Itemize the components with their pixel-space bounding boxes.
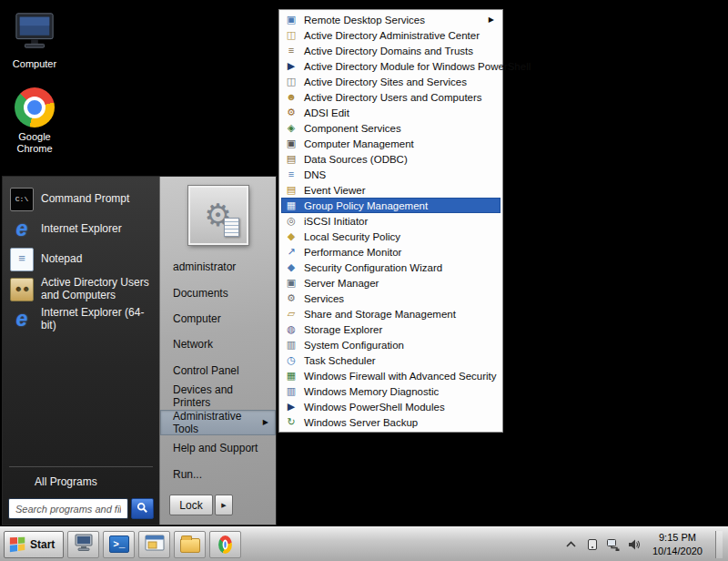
network-icon[interactable] bbox=[606, 536, 621, 553]
lock-button[interactable]: Lock bbox=[169, 495, 213, 515]
start-menu-item-label: Computer bbox=[173, 312, 221, 325]
start-menu-pinned-item[interactable]: Internet Explorer bbox=[7, 214, 155, 244]
start-menu-item[interactable]: Administrative Tools ▶ bbox=[160, 410, 276, 435]
user-avatar[interactable]: ⚙ bbox=[188, 186, 248, 245]
submenu-item[interactable]: ◷ Task Scheduler ▶ bbox=[281, 352, 500, 368]
submenu-item[interactable]: ▣ Computer Management ▶ bbox=[281, 136, 500, 151]
volume-icon[interactable] bbox=[627, 536, 642, 553]
action-center-icon[interactable] bbox=[585, 536, 600, 553]
submenu-item-label: System Configuration bbox=[304, 340, 404, 351]
all-programs-item[interactable]: All Programs bbox=[9, 466, 153, 495]
start-menu-item[interactable]: Run... ▶ bbox=[160, 462, 276, 487]
local-security-policy-icon: ◆ bbox=[284, 231, 298, 241]
server-backup-icon: ↻ bbox=[284, 417, 298, 427]
submenu-item[interactable]: ◈ Component Services ▶ bbox=[281, 120, 500, 136]
start-menu-item[interactable]: Help and Support ▶ bbox=[160, 435, 276, 461]
start-menu-pinned-item[interactable]: Active Directory Users and Computers bbox=[7, 274, 155, 304]
computer-icon bbox=[14, 11, 56, 55]
start-menu-pinned-item[interactable]: Command Prompt bbox=[7, 184, 155, 214]
start-button[interactable]: Start bbox=[4, 531, 64, 558]
administrative-tools-submenu: ▣ Remote Desktop Services ▶ ◫ Active Dir… bbox=[278, 9, 503, 433]
submenu-item[interactable]: ▶ Windows PowerShell Modules ▶ bbox=[281, 399, 500, 414]
submenu-arrow-icon: ▶ bbox=[489, 15, 494, 24]
submenu-item-label: Remote Desktop Services bbox=[304, 15, 425, 26]
taskbar-button-folder[interactable] bbox=[174, 531, 206, 558]
show-desktop-button[interactable] bbox=[715, 531, 723, 558]
start-menu-item[interactable]: Devices and Printers ▶ bbox=[160, 383, 276, 409]
chrome-icon bbox=[218, 536, 232, 554]
clock-date: 10/14/2020 bbox=[652, 545, 703, 557]
submenu-item[interactable]: ▣ Remote Desktop Services ▶ bbox=[281, 12, 500, 27]
search-button[interactable] bbox=[131, 498, 154, 519]
submenu-item-label: DNS bbox=[304, 169, 326, 180]
powershell-modules-icon: ▶ bbox=[284, 402, 298, 412]
submenu-item[interactable]: ◍ Storage Explorer ▶ bbox=[281, 321, 500, 337]
start-menu-item[interactable]: Control Panel ▶ bbox=[160, 358, 276, 383]
ad-administrative-center-icon: ◫ bbox=[284, 30, 298, 40]
submenu-item[interactable]: ◆ Security Configuration Wizard ▶ bbox=[281, 260, 500, 275]
server-manager-icon: ▣ bbox=[284, 278, 298, 288]
taskbar: Start >_ bbox=[0, 526, 728, 561]
start-menu-item[interactable]: Computer ▶ bbox=[160, 306, 276, 332]
submenu-item[interactable]: ≡ DNS ▶ bbox=[281, 167, 500, 182]
taskbar-button-chrome[interactable] bbox=[209, 531, 241, 558]
start-menu-item[interactable]: Network ▶ bbox=[160, 332, 276, 357]
hidden-icons-chevron-icon[interactable] bbox=[564, 536, 579, 553]
taskbar-button-powershell[interactable]: >_ bbox=[103, 531, 135, 558]
start-menu-item-label: Documents bbox=[173, 287, 228, 300]
submenu-item[interactable]: ▣ Server Manager ▶ bbox=[281, 275, 500, 291]
submenu-item[interactable]: ≡ Active Directory Domains and Trusts ▶ bbox=[281, 43, 500, 58]
submenu-item-label: Event Viewer bbox=[304, 185, 366, 196]
start-menu-item[interactable]: Documents ▶ bbox=[160, 280, 276, 305]
submenu-item[interactable]: ▤ Data Sources (ODBC) ▶ bbox=[281, 151, 500, 167]
submenu-item-label: iSCSI Initiator bbox=[304, 216, 368, 227]
submenu-item[interactable]: ▦ Group Policy Management ▶ bbox=[281, 198, 500, 213]
submenu-item-label: Active Directory Users and Computers bbox=[304, 92, 482, 103]
taskbar-button-explorer[interactable] bbox=[138, 531, 170, 558]
remote-desktop-services-icon: ▣ bbox=[284, 15, 298, 25]
pinned-item-label: Internet Explorer bbox=[41, 223, 122, 236]
security-configuration-wizard-icon: ◆ bbox=[284, 262, 298, 272]
search-input[interactable] bbox=[8, 498, 128, 519]
submenu-item-label: Windows Server Backup bbox=[304, 417, 418, 428]
submenu-item[interactable]: ☻ Active Directory Users and Computers ▶ bbox=[281, 89, 500, 105]
submenu-item[interactable]: ▥ System Configuration ▶ bbox=[281, 337, 500, 352]
submenu-item[interactable]: ↻ Windows Server Backup ▶ bbox=[281, 414, 500, 430]
submenu-item[interactable]: ▦ Windows Firewall with Advanced Securit… bbox=[281, 368, 500, 383]
submenu-item-label: Group Policy Management bbox=[304, 200, 428, 211]
submenu-item[interactable]: ◫ Active Directory Administrative Center… bbox=[281, 27, 500, 43]
start-menu: Command Prompt Internet Explorer Notepad… bbox=[2, 176, 277, 525]
submenu-item[interactable]: ◫ Active Directory Sites and Services ▶ bbox=[281, 74, 500, 89]
submenu-item-label: Performance Monitor bbox=[304, 247, 401, 258]
submenu-item[interactable]: ⚙ ADSI Edit ▶ bbox=[281, 105, 500, 120]
start-menu-item[interactable]: administrator ▶ bbox=[160, 254, 276, 280]
taskbar-clock[interactable]: 9:15 PM 10/14/2020 bbox=[648, 531, 707, 557]
submenu-item[interactable]: ▤ Event Viewer ▶ bbox=[281, 182, 500, 198]
submenu-item[interactable]: ⚙ Services ▶ bbox=[281, 291, 500, 306]
submenu-item[interactable]: ◎ iSCSI Initiator ▶ bbox=[281, 213, 500, 229]
submenu-item-label: Active Directory Domains and Trusts bbox=[304, 46, 473, 56]
submenu-item[interactable]: ▶ Active Directory Module for Windows Po… bbox=[281, 58, 500, 74]
submenu-item[interactable]: ▱ Share and Storage Management ▶ bbox=[281, 306, 500, 321]
submenu-item[interactable]: ↗ Performance Monitor ▶ bbox=[281, 244, 500, 260]
start-menu-item-label: Network bbox=[173, 338, 213, 351]
internet-explorer-icon bbox=[10, 218, 34, 241]
start-menu-pinned-item[interactable]: Notepad bbox=[7, 244, 155, 274]
component-services-icon: ◈ bbox=[284, 123, 298, 133]
explorer-window-icon bbox=[145, 535, 165, 554]
windows-firewall-icon: ▦ bbox=[284, 371, 298, 381]
submenu-item[interactable]: ▥ Windows Memory Diagnostic ▶ bbox=[281, 383, 500, 399]
taskbar-button-server-manager[interactable] bbox=[67, 531, 99, 558]
active-directory-icon bbox=[10, 278, 34, 301]
submenu-item-label: Windows Firewall with Advanced Security bbox=[304, 371, 497, 382]
desktop-icon-computer[interactable]: Computer bbox=[2, 11, 67, 70]
dns-icon: ≡ bbox=[284, 169, 298, 179]
submenu-item[interactable]: ◆ Local Security Policy ▶ bbox=[281, 229, 500, 244]
ad-users-computers-icon: ☻ bbox=[284, 92, 298, 102]
submenu-item-label: Storage Explorer bbox=[304, 324, 382, 335]
desktop-icon-chrome[interactable]: Google Chrome bbox=[2, 87, 67, 155]
pinned-item-label: Active Directory Users and Computers bbox=[41, 277, 152, 302]
start-menu-pinned-item[interactable]: Internet Explorer (64-bit) bbox=[7, 304, 155, 334]
lock-options-arrow-button[interactable]: ▶ bbox=[215, 495, 233, 515]
command-prompt-icon bbox=[10, 188, 34, 211]
